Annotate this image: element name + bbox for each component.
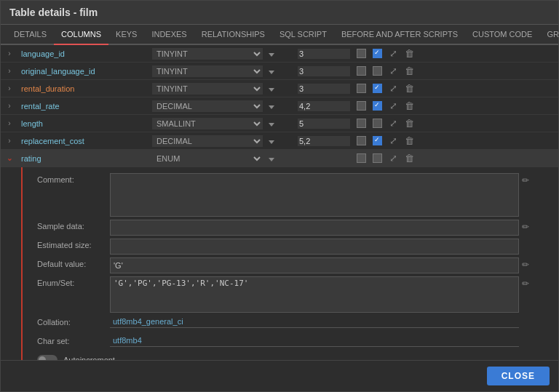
type-select[interactable]: ENUM xyxy=(152,153,263,164)
default-value-edit-icon[interactable]: ✏ xyxy=(522,257,529,270)
col-delete[interactable]: 🗑 xyxy=(401,81,417,96)
col-delete[interactable]: 🗑 xyxy=(401,133,417,148)
ai-checkbox[interactable] xyxy=(373,119,382,128)
tab-keys[interactable]: KEYS xyxy=(108,25,144,45)
tab-custom-code[interactable]: CUSTOM CODE xyxy=(465,25,539,45)
type-select[interactable]: SMALLINT xyxy=(152,118,263,129)
ai-checkbox[interactable] xyxy=(373,66,382,76)
estimated-size-input[interactable] xyxy=(110,239,519,255)
length-input[interactable] xyxy=(298,49,350,59)
tab-details[interactable]: DETAILS xyxy=(7,25,54,45)
type-select[interactable]: TINYINT xyxy=(152,48,263,60)
col-ai[interactable] xyxy=(369,151,385,165)
type-select[interactable]: TINYINT xyxy=(152,65,263,77)
col-ai[interactable] xyxy=(369,99,385,113)
col-ai[interactable] xyxy=(369,47,385,60)
col-delete[interactable]: 🗑 xyxy=(401,46,417,61)
nn-checkbox[interactable] xyxy=(357,66,366,76)
col-length[interactable] xyxy=(295,134,353,148)
col-move[interactable]: ⤢ xyxy=(385,63,401,79)
col-type[interactable]: SMALLINT xyxy=(149,116,266,132)
ai-checkbox[interactable] xyxy=(373,101,382,111)
col-move[interactable]: ⤢ xyxy=(385,46,401,61)
comment-input[interactable] xyxy=(110,173,519,217)
col-move[interactable]: ⤢ xyxy=(385,81,401,96)
sample-data-input[interactable] xyxy=(110,220,519,236)
col-length[interactable] xyxy=(295,64,353,79)
col-triangle[interactable] xyxy=(266,135,295,148)
col-type[interactable]: DECIMAL xyxy=(149,98,266,114)
col-length[interactable] xyxy=(295,151,353,166)
ai-checkbox[interactable] xyxy=(373,49,382,58)
col-type[interactable]: TINYINT xyxy=(149,46,266,62)
col-move[interactable]: ⤢ xyxy=(385,116,401,131)
enum-set-input[interactable] xyxy=(110,276,519,313)
nn-checkbox[interactable] xyxy=(357,119,366,128)
col-ai[interactable] xyxy=(369,116,385,130)
nn-checkbox[interactable] xyxy=(357,49,366,58)
row-expand-toggle[interactable] xyxy=(1,47,18,60)
col-nn[interactable] xyxy=(353,47,369,60)
ai-checkbox[interactable] xyxy=(373,136,382,145)
row-expand-toggle[interactable] xyxy=(1,65,18,77)
comment-edit-icon[interactable]: ✏ xyxy=(522,173,529,185)
tab-indexes[interactable]: INDEXES xyxy=(144,25,194,45)
col-delete[interactable]: 🗑 xyxy=(401,116,417,131)
col-nn[interactable] xyxy=(353,134,369,148)
col-nn[interactable] xyxy=(353,81,369,95)
col-type[interactable]: TINYINT xyxy=(149,81,266,97)
col-move[interactable]: ⤢ xyxy=(385,151,401,166)
col-triangle[interactable] xyxy=(266,65,295,78)
row-expand-toggle[interactable] xyxy=(1,82,18,95)
length-input[interactable] xyxy=(298,136,350,146)
col-triangle[interactable] xyxy=(266,117,295,130)
length-input[interactable] xyxy=(298,84,350,94)
col-move[interactable]: ⤢ xyxy=(385,98,401,113)
sample-data-edit-icon[interactable]: ✏ xyxy=(522,220,529,232)
ai-checkbox[interactable] xyxy=(373,153,382,163)
row-expand-toggle[interactable] xyxy=(1,117,18,129)
enum-set-edit-icon[interactable]: ✏ xyxy=(522,276,529,289)
col-type[interactable]: TINYINT xyxy=(149,63,266,79)
col-length[interactable] xyxy=(295,99,353,113)
col-triangle[interactable] xyxy=(266,47,295,60)
row-expand-toggle[interactable] xyxy=(1,100,18,112)
col-delete[interactable]: 🗑 xyxy=(401,98,417,113)
tab-sql-script[interactable]: SQL SCRIPT xyxy=(272,25,334,45)
type-select[interactable]: DECIMAL xyxy=(152,135,263,147)
col-triangle[interactable] xyxy=(266,82,295,95)
default-value-input[interactable] xyxy=(110,257,519,273)
col-triangle[interactable] xyxy=(266,100,295,113)
close-button[interactable]: CLOSE xyxy=(487,367,550,385)
col-ai[interactable] xyxy=(369,64,385,78)
tab-before-after[interactable]: BEFORE AND AFTER SCRIPTS xyxy=(334,25,465,45)
ai-checkbox[interactable] xyxy=(373,84,382,93)
tab-columns[interactable]: COLUMNS xyxy=(54,25,108,45)
col-length[interactable] xyxy=(295,47,353,61)
col-type[interactable]: ENUM xyxy=(149,151,266,167)
col-move[interactable]: ⤢ xyxy=(385,133,401,148)
col-length[interactable] xyxy=(295,81,353,96)
tab-graphics[interactable]: GRAPHICS xyxy=(539,25,559,45)
tab-relationships[interactable]: RELATIONSHIPS xyxy=(194,25,272,45)
nn-checkbox[interactable] xyxy=(357,136,366,145)
col-ai[interactable] xyxy=(369,81,385,95)
col-triangle[interactable] xyxy=(266,152,295,165)
nn-checkbox[interactable] xyxy=(357,84,366,93)
row-expand-toggle[interactable]: ⌄ xyxy=(1,152,18,164)
col-ai[interactable] xyxy=(369,134,385,148)
nn-checkbox[interactable] xyxy=(357,101,366,111)
nn-checkbox[interactable] xyxy=(357,153,366,163)
col-nn[interactable] xyxy=(353,116,369,130)
char-set-input[interactable] xyxy=(110,335,519,347)
col-nn[interactable] xyxy=(353,151,369,165)
type-select[interactable]: DECIMAL xyxy=(152,100,263,112)
length-input[interactable] xyxy=(298,66,350,76)
length-input[interactable] xyxy=(298,119,350,129)
col-type[interactable]: DECIMAL xyxy=(149,133,266,149)
col-length[interactable] xyxy=(295,116,353,131)
col-delete[interactable]: 🗑 xyxy=(401,63,417,79)
col-delete[interactable]: 🗑 xyxy=(401,151,417,166)
row-expand-toggle[interactable] xyxy=(1,135,18,147)
autoincrement-toggle[interactable] xyxy=(37,355,58,360)
